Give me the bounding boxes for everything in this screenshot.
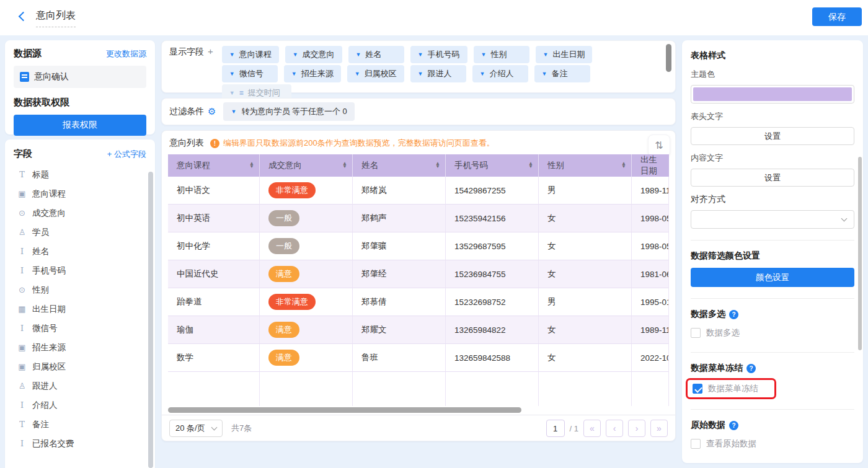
chip-phone[interactable]: ▼手机号码 [410, 46, 467, 63]
align-select[interactable] [691, 210, 854, 229]
table-row[interactable]: 中国近代史 满意 郑肇经 15236984755 女 1981-06- [168, 260, 669, 288]
last-page-button[interactable]: » [650, 420, 668, 437]
display-fields-scrollbar[interactable] [666, 44, 671, 72]
cell-name: 郑鹤声 [353, 205, 446, 232]
multi-select-checkbox-row[interactable]: 数据多选 [691, 327, 854, 338]
filter-condition-chip[interactable]: ▼转为意向学员 等于任意一个 0 [223, 102, 354, 121]
chip-label: 微信号 [239, 68, 264, 79]
chip-birthdate[interactable]: ▼出生日期 [536, 46, 593, 63]
content-text-settings-button[interactable]: 设置 [691, 169, 854, 187]
table-row[interactable]: 数学 满意 鲁班 132659842588 女 2022-10- [168, 344, 669, 372]
cell-gender: 女 [539, 205, 632, 232]
cell-intent: 非常满意 [260, 177, 353, 205]
checkbox-unchecked[interactable] [691, 328, 701, 338]
checkbox-label: 数据多选 [706, 327, 740, 338]
column-header-gender[interactable]: 性别▲▼ [539, 154, 632, 177]
sort-arrows-icon[interactable]: ▲▼ [621, 162, 626, 169]
chip-name[interactable]: ▼姓名 [348, 46, 404, 63]
sort-arrows-icon[interactable]: ▲▼ [435, 162, 440, 169]
chip-gender[interactable]: ▼性别 [474, 46, 529, 63]
field-item-phone[interactable]: 手机号码 [14, 261, 146, 280]
change-datasource-link[interactable]: 更改数据源 [106, 48, 146, 60]
field-item-campus[interactable]: 归属校区 [14, 357, 146, 376]
cell-phone: 15235942156 [446, 205, 539, 232]
page-number-input[interactable] [546, 420, 565, 437]
text-icon [17, 439, 27, 448]
chip-campus[interactable]: ▼归属校区 [347, 65, 404, 82]
field-label: 成交意向 [32, 208, 66, 219]
cell-birthdate: 1998-05- [632, 232, 669, 260]
table-row[interactable]: 瑜伽 满意 郑耀文 13265984822 女 1989-11- [168, 316, 669, 344]
column-header-birthdate[interactable]: 出生日期 [632, 154, 669, 177]
cell-birthdate: 1998-05- [632, 205, 669, 232]
raw-data-checkbox-row[interactable]: 查看原始数据 [691, 438, 854, 449]
field-item-referrer[interactable]: 介绍人 [14, 395, 146, 415]
chip-label: 归属校区 [365, 68, 397, 79]
theme-color-swatch [693, 87, 852, 101]
theme-color-picker[interactable] [691, 85, 854, 104]
datasource-item[interactable]: 意向确认 [14, 66, 146, 88]
sort-order-button[interactable]: ⇅ [648, 135, 670, 157]
chip-remark[interactable]: ▼备注 [534, 65, 590, 82]
field-item-student[interactable]: 学员 [14, 223, 146, 242]
help-icon[interactable]: ? [729, 310, 738, 319]
cell-course: 初中化学 [168, 232, 260, 260]
field-item-intent-course[interactable]: 意向课程 [14, 184, 146, 203]
field-item-wechat[interactable]: 微信号 [14, 319, 146, 338]
save-button[interactable]: 保存 [812, 7, 862, 26]
content-text-label: 内容文字 [691, 152, 854, 164]
column-header-name[interactable]: 姓名▲▼ [353, 154, 446, 177]
sort-arrows-icon[interactable]: ▲▼ [528, 162, 533, 169]
next-page-button[interactable]: › [628, 420, 645, 437]
first-page-button[interactable]: « [583, 420, 601, 437]
prev-page-button[interactable]: ‹ [606, 420, 623, 437]
table-row[interactable]: 跆拳道 非常满意 郑慕倩 15232698752 男 1995-01- [168, 288, 669, 316]
freeze-checkbox-row[interactable]: 数据菜单冻结 [693, 383, 758, 394]
table-row[interactable]: 初中语文 非常满意 郑绪岚 15429867255 男 1989-11- [168, 177, 669, 205]
header-text-label: 表头文字 [691, 111, 854, 122]
field-item-remark[interactable]: 备注 [14, 415, 146, 434]
column-header-intent[interactable]: 成交意向▲▼ [260, 154, 353, 177]
sort-arrows-icon[interactable]: ▲▼ [249, 162, 254, 169]
field-item-deal-intent[interactable]: 成交意向 [14, 203, 146, 223]
help-icon[interactable]: ? [746, 364, 756, 373]
chip-enroll-source[interactable]: ▼招生来源 [284, 65, 341, 82]
table-horizontal-scrollbar[interactable] [168, 407, 521, 413]
sort-arrows-icon[interactable]: ▲▼ [342, 162, 347, 169]
field-item-follower[interactable]: 跟进人 [14, 376, 146, 395]
field-item-paid[interactable]: 已报名交费 [14, 434, 146, 453]
page-size-select[interactable]: 20 条/页 [169, 420, 223, 437]
chip-wechat[interactable]: ▼微信号 [222, 65, 278, 82]
chip-intent-course[interactable]: ▼意向课程 [222, 46, 279, 63]
chevron-down-icon: ▼ [293, 51, 298, 58]
column-header-course[interactable]: 意向课程▲▼ [168, 154, 260, 177]
checkbox-checked[interactable] [693, 384, 702, 394]
field-label: 跟进人 [32, 381, 58, 392]
datasource-title: 数据源 [14, 48, 42, 60]
report-permission-button[interactable]: 报表权限 [14, 115, 146, 136]
checkbox-unchecked[interactable] [691, 439, 701, 449]
chevron-down-icon: ▼ [355, 71, 360, 77]
table-row[interactable]: 初中英语 一般 郑鹤声 15235942156 女 1998-05- [168, 205, 669, 232]
fields-scrollbar[interactable] [148, 172, 153, 468]
chip-deal-intent[interactable]: ▼成交意向 [285, 46, 342, 63]
header-text-settings-button[interactable]: 设置 [691, 127, 854, 145]
datasource-item-label: 意向确认 [34, 71, 69, 82]
field-item-title[interactable]: 标题 [14, 165, 146, 184]
cell-course: 跆拳道 [168, 288, 260, 316]
style-panel-scrollbar[interactable] [858, 157, 862, 350]
field-item-gender[interactable]: 性别 [14, 280, 146, 299]
table-row[interactable]: 初中化学 一般 郑肇骧 13529687595 女 1998-05- [168, 232, 669, 260]
field-item-birthdate[interactable]: 出生日期 [14, 299, 146, 319]
add-display-field-button[interactable]: + [208, 46, 213, 56]
chip-referrer[interactable]: ▼介绍人 [472, 65, 528, 82]
field-item-name[interactable]: 姓名 [14, 242, 146, 261]
chip-follower[interactable]: ▼跟进人 [410, 65, 466, 82]
field-item-enroll-source[interactable]: 招生来源 [14, 338, 146, 357]
add-formula-field-link[interactable]: + 公式字段 [107, 149, 146, 160]
back-icon[interactable] [19, 12, 29, 22]
column-header-phone[interactable]: 手机号码▲▼ [446, 154, 539, 177]
color-settings-button[interactable]: 颜色设置 [691, 268, 854, 287]
help-icon[interactable]: ? [729, 421, 738, 430]
gear-icon[interactable]: ⚙ [208, 106, 216, 117]
